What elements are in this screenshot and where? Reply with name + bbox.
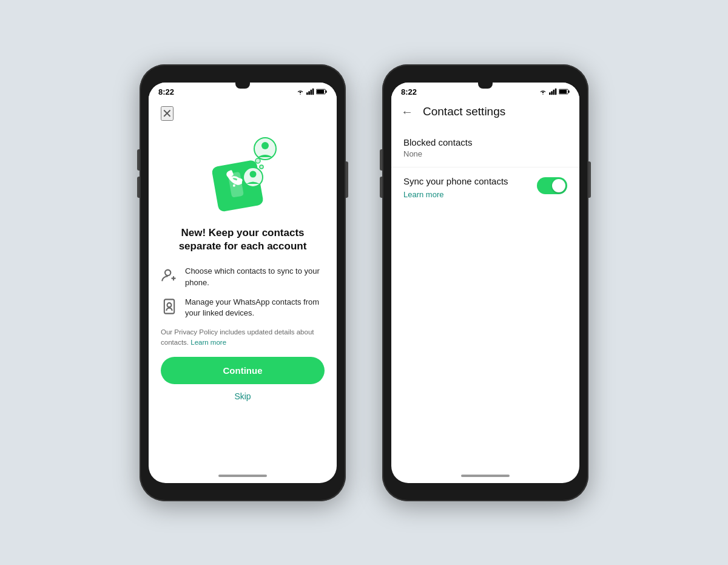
svg-rect-23 xyxy=(568,90,570,93)
notch xyxy=(235,83,250,89)
continue-button[interactable]: Continue xyxy=(161,357,325,384)
phone2-topbar: ← Contact settings xyxy=(391,99,579,124)
status-time-1: 8:22 xyxy=(158,87,174,96)
home-bar-1 xyxy=(218,475,267,477)
feature-item-1: Choose which contacts to sync to your ph… xyxy=(161,266,325,288)
privacy-text: Our Privacy Policy includes updated deta… xyxy=(161,328,314,346)
blocked-contacts-label: Blocked contacts xyxy=(403,137,567,147)
svg-rect-19 xyxy=(551,91,553,95)
hero-illustration xyxy=(197,126,288,217)
svg-rect-20 xyxy=(553,90,555,95)
sync-contacts-left: Sync your phone contacts Learn more xyxy=(403,176,537,200)
status-icons-1 xyxy=(296,88,327,95)
learn-more-link-2[interactable]: Learn more xyxy=(403,190,443,199)
svg-rect-5 xyxy=(326,90,327,93)
phone2-content: Blocked contacts None Sync your phone co… xyxy=(391,124,579,483)
phone-2-body: 8:22 ← xyxy=(382,64,588,501)
svg-point-15 xyxy=(165,270,170,276)
phone1-heading: New! Keep your contacts separate for eac… xyxy=(161,226,325,254)
feature-item-2: Manage your WhatsApp contacts from your … xyxy=(161,297,325,319)
add-contact-icon xyxy=(161,267,178,284)
notch-2 xyxy=(478,83,493,89)
phone-2: 8:22 ← xyxy=(382,64,588,501)
blocked-contacts-section: Blocked contacts None xyxy=(391,129,579,167)
svg-point-13 xyxy=(255,158,260,163)
learn-more-link-1[interactable]: Learn more xyxy=(190,339,226,346)
signal-icon xyxy=(306,88,314,95)
phone-1-body: 8:22 xyxy=(140,64,346,501)
phone-1: 8:22 xyxy=(140,64,346,501)
privacy-note: Our Privacy Policy includes updated deta… xyxy=(161,327,325,348)
signal-icon-2 xyxy=(549,88,557,95)
battery-icon-2 xyxy=(559,88,570,95)
svg-rect-1 xyxy=(308,91,310,95)
svg-rect-0 xyxy=(306,92,308,95)
svg-point-10 xyxy=(261,142,269,149)
home-bar-2 xyxy=(461,475,510,477)
svg-rect-21 xyxy=(555,89,557,95)
svg-rect-2 xyxy=(311,90,312,95)
vol-up-button xyxy=(137,149,140,171)
sync-contacts-row: Sync your phone contacts Learn more xyxy=(391,167,579,208)
svg-point-12 xyxy=(250,171,257,177)
svg-rect-18 xyxy=(549,92,551,95)
wifi-icon xyxy=(296,88,305,95)
phone-1-screen: 8:22 xyxy=(149,83,337,483)
toggle-knob xyxy=(552,179,565,192)
phone-1-content: ✕ xyxy=(149,99,337,483)
blocked-contacts-value: None xyxy=(403,149,567,158)
vol-up-button-2 xyxy=(380,149,382,171)
vol-down-button xyxy=(137,177,140,198)
feature-text-1: Choose which contacts to sync to your ph… xyxy=(185,266,325,288)
svg-rect-16 xyxy=(164,299,174,313)
status-time-2: 8:22 xyxy=(401,87,417,96)
svg-rect-24 xyxy=(559,90,567,93)
phone-2-screen: 8:22 ← xyxy=(391,83,579,483)
skip-button[interactable]: Skip xyxy=(234,391,251,401)
feature-list: Choose which contacts to sync to your ph… xyxy=(161,266,325,319)
svg-point-17 xyxy=(167,303,172,307)
close-button[interactable]: ✕ xyxy=(161,106,174,121)
battery-icon xyxy=(316,88,327,95)
wifi-icon-2 xyxy=(539,88,547,95)
svg-rect-3 xyxy=(312,89,314,95)
vol-down-button-2 xyxy=(380,177,382,198)
feature-text-2: Manage your WhatsApp contacts from your … xyxy=(185,297,325,319)
device-contact-icon xyxy=(161,298,178,315)
status-icons-2 xyxy=(539,88,570,95)
contacts-illustration xyxy=(197,126,288,217)
back-arrow[interactable]: ← xyxy=(401,105,413,119)
sync-toggle[interactable] xyxy=(537,177,567,194)
svg-point-14 xyxy=(260,165,263,169)
topbar-title: Contact settings xyxy=(423,105,505,118)
svg-rect-6 xyxy=(317,90,324,93)
sync-contacts-label: Sync your phone contacts xyxy=(403,176,537,186)
